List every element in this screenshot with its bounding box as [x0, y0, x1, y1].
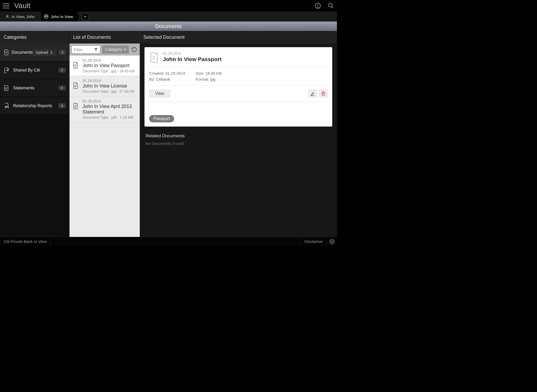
doc-meta: Document Type : jpg - 18.45 KB — [83, 69, 137, 73]
share-out-icon — [4, 67, 11, 73]
person-icon — [5, 14, 9, 19]
format-label: Format: jpg — [196, 77, 222, 81]
doc-date: 01.29.2014 — [83, 79, 137, 83]
breadcrumb-item-root[interactable]: In View, John — [3, 12, 39, 21]
doc-date: 01.29.2014 — [83, 99, 137, 103]
svg-line-4 — [332, 7, 333, 8]
category-label: Statements — [13, 86, 34, 90]
breadcrumb-label: John In View — [51, 14, 73, 19]
list-item[interactable]: 01.29.2014 John In View License Document… — [69, 76, 140, 96]
created-label: Created: 01.29.2014 — [149, 71, 185, 75]
document-icon — [73, 103, 80, 110]
doc-date: 01.29.2014 — [83, 58, 137, 62]
upload-label: Upload — [36, 50, 48, 55]
list-item[interactable]: 01.29.2014 John In View Passport Documen… — [69, 56, 140, 76]
doc-meta: Document Type : pdf - 1.16 MB — [83, 115, 137, 119]
refresh-button[interactable] — [131, 46, 138, 53]
upload-icon — [50, 51, 53, 54]
svg-point-34 — [331, 241, 332, 242]
dots-circle-icon — [44, 14, 49, 19]
document-icon — [73, 82, 80, 89]
category-item-statements[interactable]: Statements 4 — [0, 79, 69, 97]
related-title: Related Documents — [146, 133, 331, 139]
delete-button[interactable] — [319, 90, 327, 97]
app-title: Vault — [14, 2, 30, 10]
category-item-reports[interactable]: Relationship Reports 4 — [0, 97, 69, 115]
doc-title: John In View April 2013 Statement — [83, 104, 137, 115]
settings-button[interactable] — [326, 237, 337, 246]
document-x-icon — [4, 49, 9, 56]
category-item-documents[interactable]: Documents Upload 3 — [0, 43, 69, 61]
add-tab-button[interactable] — [82, 13, 88, 20]
pencil-icon — [310, 91, 315, 96]
category-count: 3 — [59, 50, 66, 55]
selected-card: 01.29.2014 John In View Passport Created… — [144, 47, 332, 127]
upload-button[interactable]: Upload — [33, 49, 56, 56]
by-label: By: Citibank — [149, 77, 185, 81]
gear-icon — [329, 239, 335, 244]
category-select[interactable]: Category — [102, 46, 129, 53]
document-icon — [73, 62, 80, 69]
category-count: 2 — [58, 68, 66, 73]
category-item-shared[interactable]: Shared By Citi 2 — [0, 61, 69, 79]
doc-title: John In View License — [83, 83, 137, 89]
selected-title: Selected Document — [140, 31, 337, 43]
list-title: List of Documents — [69, 31, 140, 43]
svg-point-8 — [47, 16, 47, 17]
category-label: Documents — [12, 50, 33, 55]
svg-point-6 — [44, 15, 48, 19]
view-button[interactable]: View — [149, 90, 170, 97]
tag-passport[interactable]: Passport — [149, 115, 174, 122]
page-title: Documents — [0, 21, 337, 31]
svg-point-7 — [45, 16, 46, 17]
svg-point-3 — [329, 3, 332, 7]
related-empty: No Documents Found. — [146, 141, 331, 146]
document-large-icon — [149, 51, 159, 63]
categories-title: Categories — [0, 31, 69, 43]
doc-meta: Document Type : jpg - 37.94 KB — [83, 89, 137, 94]
alert-icon[interactable] — [314, 2, 321, 9]
funnel-icon — [94, 47, 98, 52]
breadcrumb: In View, John John In View — [0, 12, 337, 21]
category-label: Shared By Citi — [13, 68, 40, 73]
people-doc-icon — [4, 103, 11, 109]
filter-input[interactable]: Filter — [72, 46, 100, 53]
category-select-label: Category — [105, 47, 122, 52]
breadcrumb-label: In View, John — [12, 14, 35, 19]
svg-point-5 — [7, 15, 8, 17]
selected-date: 01.29.2014 — [163, 51, 222, 56]
selected-name: John In View Passport — [163, 56, 222, 62]
category-label: Relationship Reports — [13, 104, 52, 108]
category-count: 4 — [58, 85, 66, 90]
edit-button[interactable] — [309, 90, 317, 97]
category-count: 4 — [58, 103, 66, 108]
svg-point-9 — [46, 15, 46, 16]
footer-brand[interactable]: Citi Private Bank In View — [0, 237, 51, 246]
document-lines-icon — [4, 85, 11, 91]
search-icon[interactable] — [327, 2, 334, 9]
list-item[interactable]: 01.29.2014 John In View April 2013 State… — [69, 96, 140, 122]
filter-placeholder: Filter — [74, 47, 83, 52]
menu-icon[interactable] — [3, 2, 9, 9]
doc-title: John In View Passport — [83, 63, 137, 68]
trash-icon — [321, 91, 326, 96]
svg-point-2 — [318, 7, 318, 7]
breadcrumb-item-active[interactable]: John In View — [41, 12, 77, 21]
size-label: Size: 18.45 KB — [196, 71, 222, 75]
chevron-down-icon — [124, 49, 126, 51]
footer-disclaimer[interactable]: Disclaimer — [300, 237, 326, 246]
